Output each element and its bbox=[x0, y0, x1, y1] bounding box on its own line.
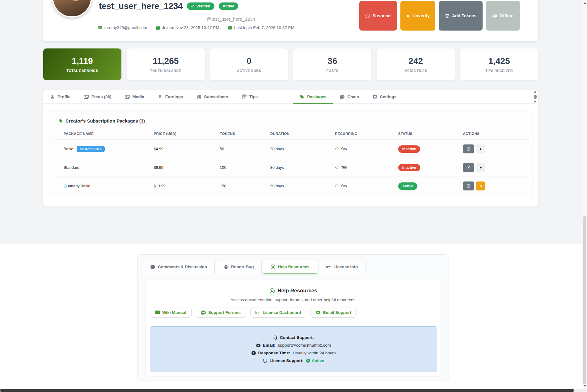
calendar-icon bbox=[156, 26, 160, 30]
play-icon bbox=[479, 166, 483, 169]
bug-icon bbox=[224, 265, 228, 269]
tab-media[interactable]: Media bbox=[118, 90, 151, 103]
stat-card-posts: 36 POSTS bbox=[293, 48, 371, 80]
images-icon bbox=[84, 94, 89, 99]
license-support-status: Active bbox=[306, 358, 324, 363]
support-forums-button[interactable]: Support Forums bbox=[196, 307, 246, 318]
tab-help-resources[interactable]: Help Resources bbox=[263, 260, 317, 274]
help-resources-title: Help Resources bbox=[146, 288, 441, 294]
col-actions: ACTIONS bbox=[463, 129, 529, 140]
col-recurring: RECURRING bbox=[335, 129, 398, 140]
stats-row: 1,119 TOTAL EARNINGS 11,265 TOKEN BALANC… bbox=[43, 48, 538, 80]
edit-package-button[interactable] bbox=[463, 181, 474, 190]
scroll-up-icon[interactable] bbox=[534, 91, 536, 93]
packages-panel: Creator's Subscription Packages (3) PACK… bbox=[48, 111, 534, 198]
main-content-card: Profile Posts (36) Media Earnings Subscr… bbox=[43, 90, 538, 206]
edit-package-button[interactable] bbox=[463, 163, 474, 172]
vertical-scrollbar[interactable] bbox=[582, 0, 587, 389]
check-icon bbox=[191, 4, 195, 8]
table-header-row: PACKAGE NAME PRICE (USD) TOKENS DURATION… bbox=[53, 129, 529, 140]
email-support-button[interactable]: Email Support bbox=[310, 307, 357, 318]
stat-card-total-earnings: 1,119 TOTAL EARNINGS bbox=[43, 48, 121, 80]
id-card-icon bbox=[255, 310, 260, 315]
play-icon bbox=[479, 147, 483, 151]
tab-report-bug[interactable]: Report Bug bbox=[216, 260, 262, 274]
pause-package-button[interactable] bbox=[476, 181, 485, 190]
tag-icon bbox=[300, 94, 304, 99]
tab-profile[interactable]: Profile bbox=[43, 90, 77, 103]
scroll-down-icon[interactable] bbox=[534, 101, 536, 103]
life-ring-icon bbox=[270, 288, 275, 293]
envelope-icon bbox=[256, 343, 260, 348]
profile-actions: Suspend Unverify Add Tokens Offline bbox=[359, 1, 520, 31]
x-icon bbox=[406, 14, 410, 18]
envelope-icon bbox=[98, 26, 102, 30]
tab-posts[interactable]: Posts (36) bbox=[77, 90, 118, 103]
status-badge: Inactive bbox=[398, 164, 420, 171]
tab-chats[interactable]: Chats bbox=[333, 90, 366, 103]
people-icon bbox=[197, 94, 201, 99]
profile-header-card: test_user_here_1234 Verified Active @tes… bbox=[43, 0, 538, 41]
offline-button[interactable]: Offline bbox=[486, 1, 520, 31]
packages-table: PACKAGE NAME PRICE (USD) TOKENS DURATION… bbox=[53, 129, 529, 195]
user-email: jeremy345@gmail.com bbox=[98, 25, 147, 30]
shield-icon bbox=[263, 359, 267, 363]
edit-package-button[interactable] bbox=[463, 144, 474, 153]
tab-comments-discussion[interactable]: Comments & Discussion bbox=[143, 260, 215, 274]
camera-off-icon bbox=[492, 14, 497, 18]
activate-package-button[interactable] bbox=[476, 144, 485, 153]
package-duration: 30 days bbox=[270, 140, 335, 158]
images-icon bbox=[125, 94, 130, 99]
recurring-value: Yes bbox=[335, 147, 347, 151]
license-dashboard-button[interactable]: License Dashboard bbox=[250, 307, 306, 318]
scrollbar-corner bbox=[582, 389, 587, 392]
tab-earnings[interactable]: Earnings bbox=[151, 90, 190, 103]
envelope-icon bbox=[316, 310, 320, 315]
tab-license-info[interactable]: License Info bbox=[319, 260, 366, 274]
pencil-square-icon bbox=[467, 147, 471, 151]
dollar-icon bbox=[158, 94, 163, 99]
gear-icon bbox=[373, 94, 377, 99]
scroll-up-icon[interactable] bbox=[584, 2, 586, 4]
tab-packages[interactable]: Packages bbox=[293, 90, 333, 103]
chat-icon bbox=[340, 94, 344, 99]
horizontal-scrollbar[interactable] bbox=[0, 389, 582, 392]
wiki-manual-button[interactable]: Wiki Manual bbox=[150, 307, 192, 318]
active-status-badge: Active bbox=[219, 2, 239, 10]
pause-icon bbox=[479, 184, 483, 188]
key-icon bbox=[326, 265, 331, 269]
scrollbar-thumb[interactable] bbox=[0, 389, 574, 392]
recurring-value: Yes bbox=[335, 165, 347, 169]
tag-icon bbox=[58, 119, 63, 123]
tab-tips[interactable]: Tips bbox=[235, 90, 265, 103]
clock-icon bbox=[251, 351, 256, 355]
col-tokens: TOKENS bbox=[220, 129, 270, 140]
add-tokens-button[interactable]: Add Tokens bbox=[439, 1, 483, 31]
stat-card-media-files: 242 MEDIA FILES bbox=[377, 48, 455, 80]
repeat-icon bbox=[335, 184, 339, 188]
suspend-button[interactable]: Suspend bbox=[359, 1, 397, 31]
table-row-quarterly-basic: Quarterly Basic $13.99 150 90 days Yes A… bbox=[53, 177, 529, 195]
tab-subscribers[interactable]: Subscribers bbox=[190, 90, 235, 103]
col-duration: DURATION bbox=[270, 129, 335, 140]
col-package-name: PACKAGE NAME bbox=[53, 129, 154, 140]
response-time-line: Response Time: Usually within 24 hours bbox=[251, 351, 336, 355]
activate-package-button[interactable] bbox=[476, 163, 485, 172]
package-name: Basic bbox=[64, 147, 73, 151]
scrollbar-thumb[interactable] bbox=[534, 95, 537, 99]
last-login: Last login Feb 7, 2026 10:37 PM bbox=[228, 25, 294, 30]
package-tokens: 150 bbox=[220, 177, 270, 195]
support-widget: Comments & Discussion Report Bug Help Re… bbox=[137, 254, 449, 381]
col-price: PRICE (USD) bbox=[154, 129, 220, 140]
tab-settings[interactable]: Settings bbox=[366, 90, 403, 103]
check-circle-icon bbox=[306, 359, 310, 363]
scroll-down-icon[interactable] bbox=[584, 385, 586, 387]
contact-support-box: Contact Support: Email: support@comusthu… bbox=[150, 326, 437, 372]
contact-support-title: Contact Support: bbox=[273, 335, 314, 340]
stat-card-tips-received: 1,425 TIPS RECEIVED bbox=[460, 48, 538, 80]
scrollbar-thumb[interactable] bbox=[583, 216, 586, 384]
chat-icon bbox=[150, 265, 155, 269]
tabbar-mini-scrollbar[interactable] bbox=[533, 91, 537, 103]
package-tokens: 100 bbox=[220, 158, 270, 177]
unverify-button[interactable]: Unverify bbox=[400, 1, 435, 31]
